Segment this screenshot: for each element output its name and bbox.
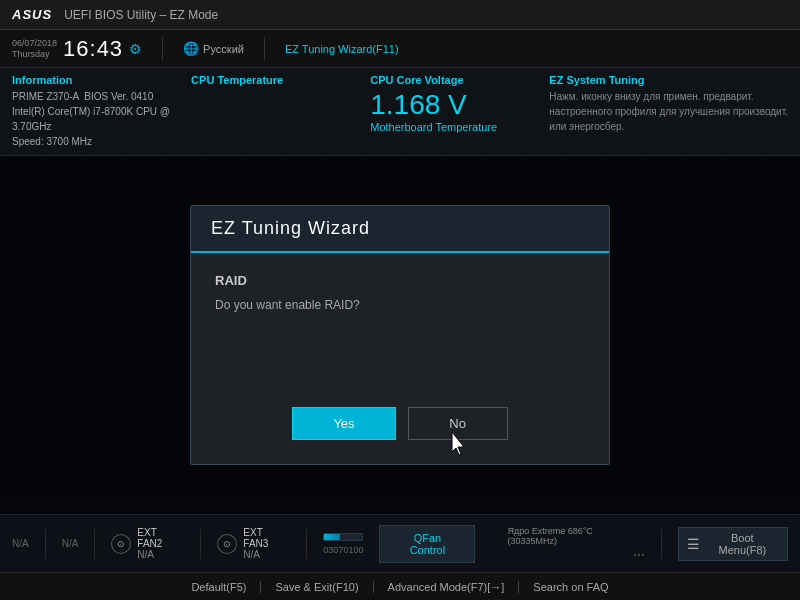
language-label[interactable]: Русский <box>203 43 244 55</box>
info-title: Information <box>12 74 171 86</box>
footer-search[interactable]: Search on FAQ <box>519 581 622 593</box>
asus-logo: ASUS <box>12 7 52 22</box>
header-separator-2 <box>264 37 265 61</box>
info-block-cpu-temp: CPU Temperature <box>191 74 350 149</box>
fan-na2-label: N/A <box>62 538 79 549</box>
boot-icon: ☰ <box>687 536 700 552</box>
modal-body: RAID Do you want enable RAID? <box>191 253 609 387</box>
boot-menu-label: Boot Menu(F8) <box>706 532 779 556</box>
header-separator <box>162 37 163 61</box>
footer-advanced[interactable]: Advanced Mode(F7)[→] <box>374 581 520 593</box>
fan3-icon: ⊙ <box>217 534 237 554</box>
fan-separator-2 <box>94 529 95 559</box>
fan2-icon: ⊙ <box>111 534 131 554</box>
right-panel: Ядро Extreme 686°C (30335MHz) ⋯ <box>507 526 644 562</box>
fan3-name: EXT FAN3 <box>243 527 290 549</box>
ez-system-text: Нажм. иконку внизу для примен. предварит… <box>549 89 788 134</box>
ez-system-title: EZ System Tuning <box>549 74 788 86</box>
fan-item-na2: N/A <box>62 538 79 549</box>
top-bar-title: UEFI BIOS Utility – EZ Mode <box>64 8 218 22</box>
clock-section: 06/07/2018 Thursday 16:43 ⚙ <box>12 36 142 62</box>
slider-labels: 03070100 <box>323 545 363 555</box>
modal-buttons: Yes No <box>191 387 609 464</box>
ez-tuning-wizard-link[interactable]: EZ Tuning Wizard(F11) <box>285 43 399 55</box>
modal-overlay: EZ Tuning Wizard RAID Do you want enable… <box>0 156 800 514</box>
expand-icon[interactable]: ⋯ <box>633 548 645 562</box>
slider-area: 03070100 <box>323 533 363 555</box>
info-cpu: Intel(R) Core(TM) i7-8700K CPU @ 3.70GHz <box>12 104 171 134</box>
no-button[interactable]: No <box>408 407 508 440</box>
modal-section-title: RAID <box>215 273 585 288</box>
fan3-value: N/A <box>243 549 290 560</box>
top-bar: ASUS UEFI BIOS Utility – EZ Mode <box>0 0 800 30</box>
header-row: 06/07/2018 Thursday 16:43 ⚙ 🌐 Русский EZ… <box>0 30 800 68</box>
footer-default[interactable]: Default(F5) <box>177 581 261 593</box>
boot-menu-button[interactable]: ☰ Boot Menu(F8) <box>678 527 788 561</box>
globe-icon: 🌐 <box>183 41 199 56</box>
info-motherboard: PRIME Z370-A BIOS Ver. 0410 <box>12 89 171 104</box>
info-section: Information PRIME Z370-A BIOS Ver. 0410 … <box>0 68 800 156</box>
info-block-system: Information PRIME Z370-A BIOS Ver. 0410 … <box>12 74 171 149</box>
fan-separator-4 <box>306 529 307 559</box>
yes-button[interactable]: Yes <box>292 407 395 440</box>
fan2-value: N/A <box>137 549 184 560</box>
bottom-panel: N/A N/A ⊙ EXT FAN2 N/A ⊙ EXT FAN3 N/A <box>0 514 800 572</box>
fan-separator-5 <box>661 529 662 559</box>
time-display: 16:43 <box>63 36 123 62</box>
fan-item-ext2: ⊙ EXT FAN2 N/A <box>111 527 184 560</box>
cpu-voltage-title: CPU Core Voltage <box>370 74 529 86</box>
fan2-name: EXT FAN2 <box>137 527 184 549</box>
qfan-control-button[interactable]: QFan Control <box>379 525 475 563</box>
fan3-details: EXT FAN3 N/A <box>243 527 290 560</box>
modal-title: EZ Tuning Wizard <box>211 218 370 238</box>
fan-separator-3 <box>200 529 201 559</box>
fan-item-ext3: ⊙ EXT FAN3 N/A <box>217 527 290 560</box>
extreme-label: Ядро Extreme 686°C (30335MHz) <box>507 526 644 546</box>
settings-icon[interactable]: ⚙ <box>129 41 142 57</box>
cpu-voltage-value: 1.168 V <box>370 89 529 121</box>
cpu-temp-title: CPU Temperature <box>191 74 350 86</box>
date-text: 06/07/2018 Thursday <box>12 38 57 60</box>
language-section[interactable]: 🌐 Русский <box>183 41 244 56</box>
fan2-details: EXT FAN2 N/A <box>137 527 184 560</box>
fan-na-label: N/A <box>12 538 29 549</box>
modal-header: EZ Tuning Wizard <box>191 206 609 253</box>
slider-track[interactable] <box>323 533 363 541</box>
mb-temp-label: Motherboard Temperature <box>370 121 529 133</box>
footer-save-exit[interactable]: Save & Exit(F10) <box>261 581 373 593</box>
info-speed: Speed: 3700 MHz <box>12 134 171 149</box>
fan-separator-1 <box>45 529 46 559</box>
info-block-voltage: CPU Core Voltage 1.168 V Motherboard Tem… <box>370 74 529 149</box>
ez-system-block: EZ System Tuning Нажм. иконку внизу для … <box>549 74 788 149</box>
fan-item-na: N/A <box>12 538 29 549</box>
main-area: EZ Tuning Wizard RAID Do you want enable… <box>0 156 800 514</box>
modal-question: Do you want enable RAID? <box>215 298 585 312</box>
footer-bar: Default(F5) Save & Exit(F10) Advanced Mo… <box>0 572 800 600</box>
ez-tuning-modal: EZ Tuning Wizard RAID Do you want enable… <box>190 205 610 465</box>
